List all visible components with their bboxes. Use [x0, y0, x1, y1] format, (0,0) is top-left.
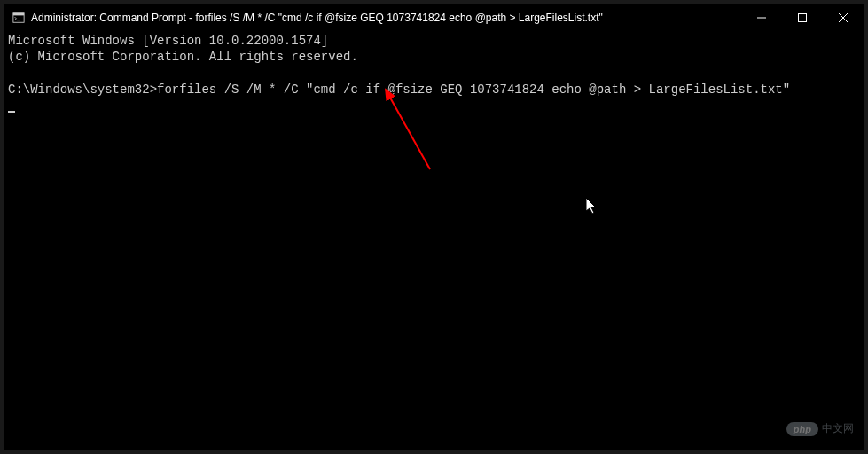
- svg-rect-1: [13, 13, 24, 16]
- titlebar[interactable]: Administrator: Command Prompt - forfiles…: [4, 4, 864, 31]
- close-button[interactable]: [823, 4, 864, 31]
- watermark-text: 中文网: [822, 421, 854, 436]
- command-prompt-window: Administrator: Command Prompt - forfiles…: [4, 4, 864, 450]
- cursor-line: [8, 98, 860, 114]
- maximize-button[interactable]: [782, 4, 823, 31]
- window-controls: [741, 4, 864, 31]
- version-line: Microsoft Windows [Version 10.0.22000.15…: [8, 33, 860, 49]
- app-icon: [12, 11, 26, 25]
- mouse-cursor-icon: [586, 198, 600, 215]
- text-cursor: [8, 111, 15, 113]
- prompt: C:\Windows\system32>: [8, 82, 157, 97]
- window-title: Administrator: Command Prompt - forfiles…: [31, 12, 741, 24]
- svg-rect-4: [799, 14, 807, 22]
- copyright-line: (c) Microsoft Corporation. All rights re…: [8, 49, 860, 65]
- terminal-output[interactable]: Microsoft Windows [Version 10.0.22000.15…: [4, 31, 864, 450]
- blank-line: [8, 65, 860, 81]
- command-line: C:\Windows\system32>forfiles /S /M * /C …: [8, 82, 860, 98]
- watermark: php 中文网: [786, 421, 854, 436]
- watermark-badge: php: [786, 422, 818, 436]
- command-text: forfiles /S /M * /C "cmd /c if @fsize GE…: [157, 82, 790, 97]
- minimize-button[interactable]: [741, 4, 782, 31]
